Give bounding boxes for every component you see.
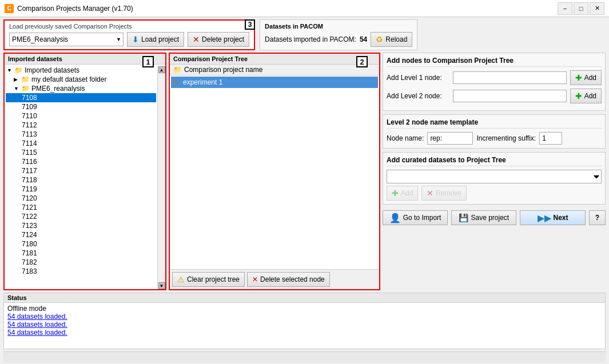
save-project-button[interactable]: 💾 Save project xyxy=(451,210,516,225)
project-select[interactable]: PME6_Reanalysis xyxy=(9,33,124,46)
tree-item-7117[interactable]: 7117 xyxy=(6,166,156,175)
status-line-0: Offline mode xyxy=(7,305,602,313)
status-line-3[interactable]: 54 datasets loaded. xyxy=(7,329,602,337)
incr-label: Incrementing suffix: xyxy=(476,134,536,142)
status-line-1[interactable]: 54 datasets loaded. xyxy=(7,313,602,321)
badge-3: 3 xyxy=(245,19,255,30)
expand-icon[interactable]: ▼ xyxy=(14,86,19,91)
goto-import-button[interactable]: 👤 Go to Import xyxy=(383,210,448,225)
save-icon: 💾 xyxy=(459,213,468,222)
next-icon: ▶▶ xyxy=(538,213,551,223)
curated-add-button[interactable]: ✚ Add xyxy=(387,186,418,201)
imported-datasets-tree: ▼ 📁 Imported datasets ▶ 📁 my default dat… xyxy=(5,65,165,289)
curated-select-wrapper[interactable] xyxy=(387,170,602,183)
tree-item-label: 7118 xyxy=(22,176,37,184)
add-icon: ✚ xyxy=(575,73,582,82)
comp-tree-item-experiment1[interactable]: ✎ experiment 1 xyxy=(171,77,378,88)
curated-section: Add curated datasets to Project Tree ✚ A… xyxy=(383,152,606,205)
tree-item-label: 7181 xyxy=(22,249,37,257)
status-line-2[interactable]: 54 datasets loaded. xyxy=(7,321,602,329)
tree-item-label: 7112 xyxy=(22,121,37,129)
add-nodes-header: Add nodes to Comparison Project Tree xyxy=(387,57,602,67)
tree-item-7114[interactable]: 7114 xyxy=(6,139,156,148)
level1-label: Add Level 1 node: xyxy=(387,74,449,82)
tree-item-7120[interactable]: 7120 xyxy=(6,194,156,203)
tree-item-7119[interactable]: 7119 xyxy=(6,185,156,194)
level2-input[interactable] xyxy=(453,90,567,102)
title-bar: C Comparison Projects Manager (v1.70) − … xyxy=(0,0,609,17)
reload-button[interactable]: ♻ Reload xyxy=(371,32,412,47)
tree-item-7124[interactable]: 7124 xyxy=(6,230,156,239)
tree-item-7109[interactable]: 7109 xyxy=(6,102,156,111)
tree-item-label: 7108 xyxy=(22,94,37,102)
tree-item-label: PME6_reanalysis xyxy=(31,85,85,93)
curated-select[interactable] xyxy=(387,170,602,183)
minimize-button[interactable]: − xyxy=(558,2,572,15)
tree-item-label: 7110 xyxy=(22,112,37,120)
tree-item-label: 7115 xyxy=(22,149,37,157)
badge-2: 2 xyxy=(356,56,368,67)
tree-item-7181[interactable]: 7181 xyxy=(6,249,156,258)
incr-input[interactable] xyxy=(539,132,562,145)
tree-item-label: 7183 xyxy=(22,267,37,275)
node-name-input[interactable] xyxy=(427,132,473,145)
tree-item-imported-root[interactable]: ▼ 📁 Imported datasets xyxy=(6,66,156,75)
tree-item-label: 7120 xyxy=(22,194,37,202)
bottom-bar xyxy=(3,351,606,363)
level1-add-button[interactable]: ✚ Add xyxy=(570,70,602,85)
add-level2-row: Add Level 2 node: ✚ Add xyxy=(387,89,602,103)
next-button[interactable]: ▶▶ Next xyxy=(520,210,585,225)
tree-item-7182[interactable]: 7182 xyxy=(6,258,156,267)
folder-icon: 📁 xyxy=(21,85,30,93)
tree-item-my-default[interactable]: ▶ 📁 my default dataset folder xyxy=(6,75,156,84)
status-content: Offline mode 54 datasets loaded. 54 data… xyxy=(4,303,605,349)
expand-icon[interactable]: ▶ xyxy=(14,77,19,82)
tree-item-7122[interactable]: 7122 xyxy=(6,212,156,221)
badge-1: 1 xyxy=(142,56,154,67)
maximize-button[interactable]: □ xyxy=(574,2,588,15)
comp-tree-column-header: Comparison project name xyxy=(184,66,262,74)
level2-label: Add Level 2 node: xyxy=(387,92,449,100)
tree-item-7183[interactable]: 7183 xyxy=(6,267,156,276)
tree-item-7123[interactable]: 7123 xyxy=(6,221,156,230)
tree-item-7118[interactable]: 7118 xyxy=(6,175,156,185)
level1-input[interactable] xyxy=(453,71,567,84)
close-button[interactable]: ✕ xyxy=(590,2,604,15)
curated-header: Add curated datasets to Project Tree xyxy=(387,156,602,166)
datasets-pacom-sublabel: Datasets imported in PACOM: xyxy=(265,35,356,43)
level2-add-button[interactable]: ✚ Add xyxy=(570,89,602,103)
load-icon: ⬇ xyxy=(132,35,139,44)
curated-remove-button[interactable]: ✕ Remove xyxy=(421,186,467,201)
tree-item-7121[interactable]: 7121 xyxy=(6,203,156,212)
delete-node-icon: ✕ xyxy=(252,275,258,283)
tree-item-label: 7123 xyxy=(22,222,37,230)
delete-project-button[interactable]: ✕ Delete project xyxy=(188,32,249,47)
tree-bottom-buttons: ⚠ Clear project tree ✕ Delete selected n… xyxy=(170,269,379,289)
load-project-button[interactable]: ⬇ Load project xyxy=(127,32,184,47)
tree-item-7110[interactable]: 7110 xyxy=(6,111,156,121)
tree-item-label: 7122 xyxy=(22,213,37,221)
tree-item-7108[interactable]: 7108 xyxy=(6,93,156,102)
tree-item-7180[interactable]: 7180 xyxy=(6,239,156,249)
tree-item-7112[interactable]: 7112 xyxy=(6,121,156,130)
expand-icon[interactable]: ▼ xyxy=(7,67,13,73)
app-icon: C xyxy=(5,4,14,13)
tree-item-pme6[interactable]: ▼ 📁 PME6_reanalysis xyxy=(6,84,156,93)
help-button[interactable]: ? xyxy=(589,210,606,225)
tree-item-7113[interactable]: 7113 xyxy=(6,130,156,139)
tree-item-label: Imported datasets xyxy=(25,66,79,74)
template-section: Level 2 node name template Node name: In… xyxy=(383,114,606,149)
tree-item-7115[interactable]: 7115 xyxy=(6,148,156,157)
goto-icon: 👤 xyxy=(389,213,401,223)
curated-buttons: ✚ Add ✕ Remove xyxy=(387,186,602,201)
add-level1-row: Add Level 1 node: ✚ Add xyxy=(387,70,602,85)
load-projects-label: Load previously saved Comparison Project… xyxy=(9,23,249,30)
template-header: Level 2 node name template xyxy=(387,118,602,129)
add-nodes-section: Add nodes to Comparison Project Tree Add… xyxy=(383,53,606,111)
clear-project-tree-button[interactable]: ⚠ Clear project tree xyxy=(172,272,245,287)
project-select-wrapper[interactable]: PME6_Reanalysis xyxy=(9,33,124,46)
curated-remove-icon: ✕ xyxy=(427,189,433,198)
tree-item-7116[interactable]: 7116 xyxy=(6,157,156,166)
clear-icon: ⚠ xyxy=(177,275,185,284)
delete-selected-node-button[interactable]: ✕ Delete selected node xyxy=(247,272,330,287)
